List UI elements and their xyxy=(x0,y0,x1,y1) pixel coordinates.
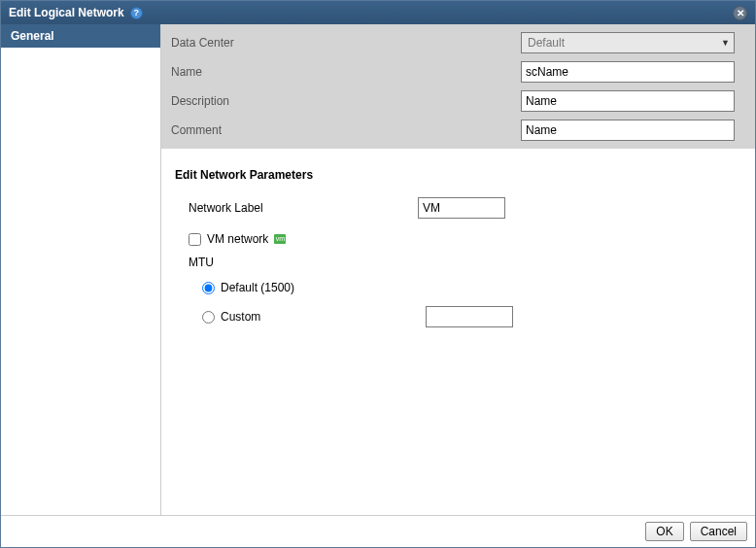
main-panel: Data Center Default ▼ Name Descri xyxy=(161,24,755,515)
sidebar-item-general[interactable]: General xyxy=(1,24,160,48)
data-center-label: Data Center xyxy=(171,36,521,50)
name-label: Name xyxy=(171,65,521,79)
comment-label: Comment xyxy=(171,123,521,137)
close-icon[interactable]: ✕ xyxy=(733,6,747,20)
cancel-button[interactable]: Cancel xyxy=(690,522,747,541)
sidebar: General xyxy=(1,24,161,515)
description-label: Description xyxy=(171,94,521,108)
mtu-label: MTU xyxy=(189,256,741,269)
dialog-body: General Data Center Default ▼ Name xyxy=(1,24,755,515)
mtu-custom-input xyxy=(426,306,513,327)
mtu-default-label: Default (1500) xyxy=(221,281,294,294)
vm-network-label: VM network xyxy=(207,232,268,246)
description-input[interactable] xyxy=(521,90,735,112)
chevron-down-icon: ▼ xyxy=(721,38,730,48)
sidebar-item-label: General xyxy=(11,29,54,43)
dialog-titlebar: Edit Logical Network ? ✕ xyxy=(1,1,755,24)
data-center-selected: Default xyxy=(528,36,565,50)
comment-input[interactable] xyxy=(521,120,735,141)
general-form-top: Data Center Default ▼ Name Descri xyxy=(161,24,755,149)
network-label-label: Network Label xyxy=(189,201,418,215)
network-label-input[interactable] xyxy=(418,197,505,219)
help-icon[interactable]: ? xyxy=(130,7,143,19)
dialog-footer: OK Cancel xyxy=(1,515,755,547)
vm-network-checkbox[interactable] xyxy=(189,233,201,246)
network-parameters-section: Edit Network Parameters Network Label VM… xyxy=(161,149,755,515)
data-center-select[interactable]: Default ▼ xyxy=(521,32,735,53)
vm-badge-icon: vm xyxy=(274,234,286,244)
mtu-custom-label: Custom xyxy=(221,310,260,324)
mtu-custom-radio[interactable] xyxy=(202,311,215,324)
name-input[interactable] xyxy=(521,61,735,83)
edit-logical-network-dialog: Edit Logical Network ? ✕ General Data Ce… xyxy=(0,0,756,548)
section-title: Edit Network Parameters xyxy=(175,168,741,182)
dialog-title: Edit Logical Network xyxy=(9,6,124,19)
mtu-default-radio[interactable] xyxy=(202,282,215,294)
ok-button[interactable]: OK xyxy=(645,522,683,541)
